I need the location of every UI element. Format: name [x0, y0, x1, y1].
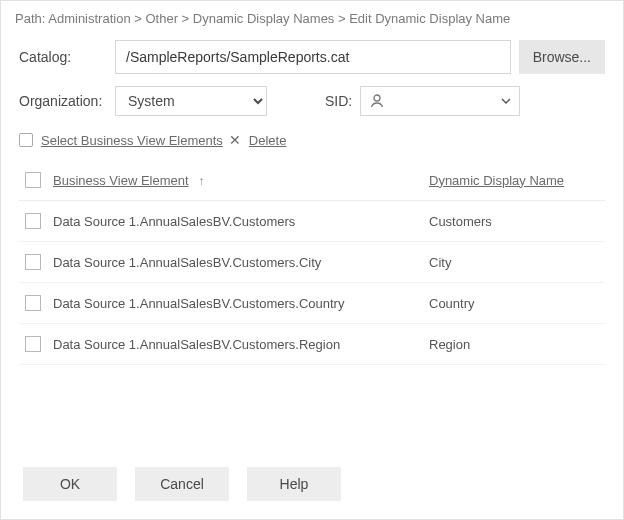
col-header-bve[interactable]: Business View Element [53, 173, 189, 188]
close-icon: ✕ [229, 132, 241, 148]
bve-table: Business View Element ↑ Dynamic Display … [1, 152, 623, 365]
row-checkbox[interactable] [25, 213, 41, 229]
sid-label: SID: [325, 93, 352, 109]
select-bve-checkbox-icon[interactable] [19, 133, 33, 147]
breadcrumb-label: Path: [15, 11, 45, 26]
browse-button[interactable]: Browse... [519, 40, 605, 74]
select-all-checkbox[interactable] [25, 172, 41, 188]
delete-link[interactable]: Delete [249, 133, 287, 148]
row-checkbox[interactable] [25, 336, 41, 352]
bulk-actions: Select Business View Elements ✕ Delete [1, 122, 623, 152]
cell-bve: Data Source 1.AnnualSalesBV.Customers.Co… [53, 296, 429, 311]
cell-ddn: Country [429, 296, 599, 311]
sid-group: SID: [325, 86, 520, 116]
table-header: Business View Element ↑ Dynamic Display … [19, 160, 605, 201]
cell-ddn: Customers [429, 214, 599, 229]
table-row: Data Source 1.AnnualSalesBV.Customers.Co… [19, 283, 605, 324]
person-icon [369, 93, 385, 109]
table-row: Data Source 1.AnnualSalesBV.Customers Cu… [19, 201, 605, 242]
breadcrumb: Path: Administration > Other > Dynamic D… [1, 1, 623, 34]
sid-select[interactable] [360, 86, 520, 116]
cell-bve: Data Source 1.AnnualSalesBV.Customers.Re… [53, 337, 429, 352]
cell-bve: Data Source 1.AnnualSalesBV.Customers.Ci… [53, 255, 429, 270]
table-row: Data Source 1.AnnualSalesBV.Customers.Re… [19, 324, 605, 365]
table-row: Data Source 1.AnnualSalesBV.Customers.Ci… [19, 242, 605, 283]
row-checkbox[interactable] [25, 254, 41, 270]
dialog-footer: OK Cancel Help [1, 453, 623, 519]
catalog-label: Catalog: [19, 49, 107, 65]
catalog-row: Catalog: Browse... [1, 34, 623, 80]
catalog-input[interactable] [115, 40, 511, 74]
cell-bve: Data Source 1.AnnualSalesBV.Customers [53, 214, 429, 229]
chevron-down-icon [501, 96, 511, 106]
ok-button[interactable]: OK [23, 467, 117, 501]
row-checkbox[interactable] [25, 295, 41, 311]
breadcrumb-value: Administration > Other > Dynamic Display… [48, 11, 510, 26]
sort-asc-icon: ↑ [198, 174, 204, 188]
cancel-button[interactable]: Cancel [135, 467, 229, 501]
svg-point-0 [374, 95, 380, 101]
col-header-ddn[interactable]: Dynamic Display Name [429, 173, 564, 188]
help-button[interactable]: Help [247, 467, 341, 501]
cell-ddn: City [429, 255, 599, 270]
select-bve-link[interactable]: Select Business View Elements [41, 133, 223, 148]
cell-ddn: Region [429, 337, 599, 352]
organization-label: Organization: [19, 93, 107, 109]
organization-select[interactable]: System [115, 86, 267, 116]
org-sid-row: Organization: System SID: [1, 80, 623, 122]
edit-dynamic-display-name-dialog: Path: Administration > Other > Dynamic D… [0, 0, 624, 520]
